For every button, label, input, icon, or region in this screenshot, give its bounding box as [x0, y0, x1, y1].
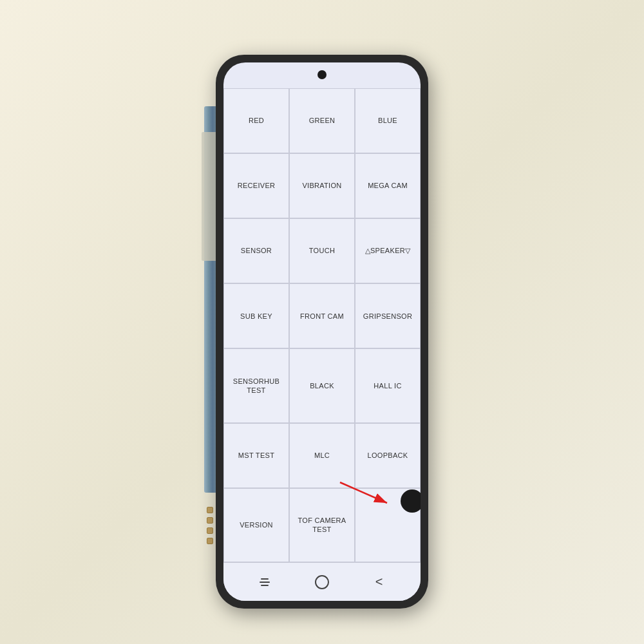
grid-cell-receiver[interactable]: RECEIVER [223, 153, 289, 218]
screw-4 [207, 538, 213, 544]
grid-cell-touch[interactable]: TOUCH [289, 218, 355, 283]
grid-cell-black[interactable]: BLACK [289, 348, 355, 422]
grid-cell-loopback[interactable]: LOOPBACK [355, 423, 421, 488]
phone-body: REDGREENBLUERECEIVERVIBRATIONMEGA CAMSEN… [216, 55, 428, 609]
recents-button[interactable] [252, 569, 278, 595]
right-edge-circle [401, 489, 421, 513]
grid-cell-gripsensor[interactable]: GRIPSENSOR [355, 283, 421, 348]
grid-cell-sensor[interactable]: SENSOR [223, 218, 289, 283]
screw-2 [207, 517, 213, 524]
screw-1 [207, 507, 213, 513]
diagnostic-grid: REDGREENBLUERECEIVERVIBRATIONMEGA CAMSEN… [223, 88, 421, 562]
home-button[interactable] [309, 569, 335, 595]
screw-3 [207, 527, 213, 534]
grid-cell-blue[interactable]: BLUE [355, 88, 421, 153]
grid-cell-tof-camera-test[interactable]: TOF CAMERATEST [289, 488, 355, 562]
grid-cell-mst-test[interactable]: MST TEST [223, 423, 289, 488]
grid-cell-sensorhub-test[interactable]: SENSORHUBTEST [223, 348, 289, 422]
back-button[interactable]: < [366, 569, 392, 595]
grid-cell-green[interactable]: GREEN [289, 88, 355, 153]
screw-group [207, 507, 213, 544]
grid-cell-hall-ic[interactable]: HALL IC [355, 348, 421, 422]
phone-screen: REDGREENBLUERECEIVERVIBRATIONMEGA CAMSEN… [223, 62, 421, 601]
grid-cell-version[interactable]: VERSION [223, 488, 289, 562]
phone-device: REDGREENBLUERECEIVERVIBRATIONMEGA CAMSEN… [216, 55, 428, 609]
grid-cell-mega-cam[interactable]: MEGA CAM [355, 153, 421, 218]
recents-icon [260, 578, 270, 586]
front-camera-dot [317, 70, 327, 79]
grid-cell-front-cam[interactable]: FRONT CAM [289, 283, 355, 348]
screen-content: REDGREENBLUERECEIVERVIBRATIONMEGA CAMSEN… [223, 88, 421, 562]
grid-cell-red[interactable]: RED [223, 88, 289, 153]
navigation-bar: < [223, 562, 421, 601]
grid-cell-vibration[interactable]: VIBRATION [289, 153, 355, 218]
grid-cell-sub-key[interactable]: SUB KEY [223, 283, 289, 348]
home-icon [315, 575, 329, 589]
back-icon: < [375, 574, 383, 589]
grid-cell-speaker[interactable]: △SPEAKER▽ [355, 218, 421, 283]
grid-cell-mlc[interactable]: MLC [289, 423, 355, 488]
